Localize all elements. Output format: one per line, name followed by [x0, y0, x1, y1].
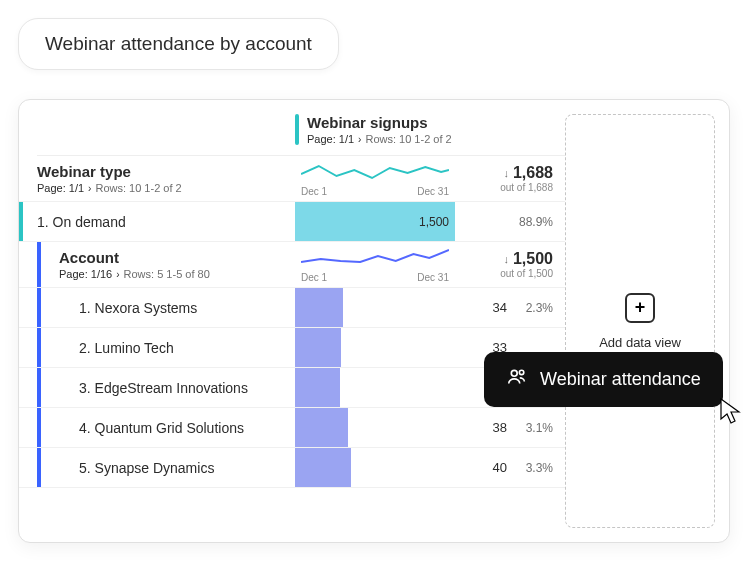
metric-title: Webinar signups	[307, 114, 452, 131]
account-sparkline: Dec 1 Dec 31	[295, 242, 455, 287]
dimension1-item-pct: 88.9%	[515, 202, 565, 241]
dropzone-label: Add data view	[599, 335, 681, 350]
metric-rows: Rows: 10 1-2 of 2	[365, 133, 451, 145]
metric-bar	[295, 408, 455, 447]
metric-header[interactable]: Webinar signups Page: 1/1 › Rows: 10 1-2…	[295, 114, 565, 145]
account-label: 3. EdgeStream Innovations	[41, 368, 295, 407]
metric-total-sub: out of 1,688	[500, 182, 553, 193]
dimension2-header-row: Account Page: 1/16 › Rows: 5 1-5 of 80 D…	[19, 242, 565, 288]
dimension2-total-sub: out of 1,500	[500, 268, 553, 279]
page-title-chip: Webinar attendance by account	[18, 18, 339, 70]
account-pct: 2.3%	[515, 288, 565, 327]
metric-sparkline: Dec 1 Dec 31	[295, 156, 455, 201]
metric-bar	[295, 368, 455, 407]
dimension2-page[interactable]: Page: 1/16	[59, 268, 112, 280]
svg-point-0	[511, 370, 517, 376]
metric-bar	[295, 328, 455, 367]
metric-page[interactable]: Page: 1/1	[307, 133, 354, 145]
sort-desc-icon[interactable]: ↓	[503, 167, 509, 179]
drag-tooltip-label: Webinar attendance	[540, 369, 701, 390]
account-label: 5. Synapse Dynamics	[41, 448, 295, 487]
dimension1-row[interactable]: 1. On demand 1,500 88.9%	[19, 202, 565, 242]
account-label: 4. Quantum Grid Solutions	[41, 408, 295, 447]
freeform-table: Webinar signups Page: 1/1 › Rows: 10 1-2…	[19, 100, 565, 542]
plus-icon: +	[625, 293, 655, 323]
dimension1-header-row: Webinar type Page: 1/1 › Rows: 10 1-2 of…	[19, 156, 565, 202]
account-label: 2. Lumino Tech	[41, 328, 295, 367]
account-row[interactable]: 4. Quantum Grid Solutions383.1%	[19, 408, 565, 448]
metric-bar-value: 1,500	[419, 215, 449, 229]
account-row[interactable]: 1. Nexora Systems342.3%	[19, 288, 565, 328]
dimension1-page[interactable]: Page: 1/1	[37, 182, 84, 194]
cursor-icon	[720, 398, 742, 428]
dimension2-rows: Rows: 5 1-5 of 80	[124, 268, 210, 280]
spacer	[455, 202, 515, 241]
account-value: 38	[455, 408, 515, 447]
account-value: 34	[455, 288, 515, 327]
dimension1-title[interactable]: Webinar type	[37, 163, 285, 180]
page-title: Webinar attendance by account	[45, 33, 312, 54]
chevron-right-icon[interactable]: ›	[358, 134, 361, 145]
sort-desc-icon[interactable]: ↓	[503, 253, 509, 265]
chevron-right-icon[interactable]: ›	[116, 269, 119, 280]
date-start: Dec 1	[301, 272, 327, 283]
account-row[interactable]: 5. Synapse Dynamics403.3%	[19, 448, 565, 488]
metric-total: 1,688	[513, 164, 553, 182]
metric-bar	[295, 448, 455, 487]
date-start: Dec 1	[301, 186, 327, 197]
report-panel: Webinar signups Page: 1/1 › Rows: 10 1-2…	[18, 99, 730, 543]
date-end: Dec 31	[417, 186, 449, 197]
dimension1-item-label: 1. On demand	[23, 202, 295, 241]
dimension2-total: 1,500	[513, 250, 553, 268]
date-end: Dec 31	[417, 272, 449, 283]
chevron-right-icon[interactable]: ›	[88, 183, 91, 194]
account-pct: 3.1%	[515, 408, 565, 447]
metric-bar: 1,500	[295, 202, 455, 241]
account-label: 1. Nexora Systems	[41, 288, 295, 327]
dimension1-rows: Rows: 10 1-2 of 2	[95, 182, 181, 194]
metric-meta: Page: 1/1 › Rows: 10 1-2 of 2	[307, 133, 452, 145]
dimension2-title[interactable]: Account	[59, 249, 285, 266]
svg-point-1	[519, 370, 523, 374]
audience-icon	[506, 366, 528, 393]
drag-tooltip: Webinar attendance	[484, 352, 723, 407]
add-data-view-dropzone[interactable]: + Add data view	[565, 114, 715, 528]
metric-accent	[295, 114, 299, 145]
account-value: 40	[455, 448, 515, 487]
metric-bar	[295, 288, 455, 327]
account-pct: 3.3%	[515, 448, 565, 487]
